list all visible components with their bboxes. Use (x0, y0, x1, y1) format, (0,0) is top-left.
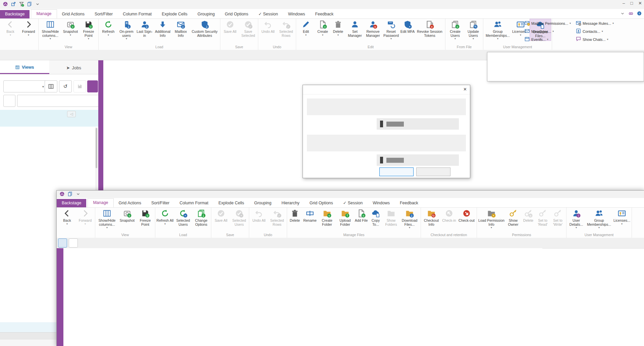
snapshot-button[interactable]: +Snapshot (118, 208, 136, 223)
refresh-all-button[interactable]: Refresh All▾ (156, 208, 174, 225)
events--button[interactable]: Events...▾ (524, 36, 571, 43)
group-memberships--button[interactable]: Group Memberships...▾ (585, 208, 613, 229)
show-owner-button[interactable]: Show Owner (505, 208, 521, 226)
last-sign-in-button[interactable]: ↓Last Sign-in (136, 19, 154, 38)
message-rules--button[interactable]: =Message Rules...▾ (576, 20, 614, 26)
window2-tab-hierarchy[interactable]: Hierarchy (276, 199, 305, 207)
undo-all-button[interactable]: Undo All (250, 208, 268, 223)
edit-columns-button[interactable] (45, 80, 57, 92)
download-files--button[interactable]: ↓Download Files...▾ (399, 208, 420, 229)
views-search-input[interactable] (17, 95, 101, 107)
upload-folder-button[interactable]: ↑Upload Folder (336, 208, 354, 226)
mailbox-info-button[interactable]: ↓Mailbox Info (172, 19, 190, 38)
show-hide-columns--button[interactable]: Show/Hide columns...▾ (39, 19, 61, 40)
set-to-read--button[interactable]: Set to 'Read' (535, 208, 550, 226)
view-preset-select[interactable]: ▾ (3, 80, 47, 92)
save-view-button[interactable] (73, 80, 86, 92)
window1-tab-backstage[interactable]: Backstage (0, 10, 30, 18)
ok-button[interactable] (379, 167, 414, 176)
save-all-button[interactable]: Save All (212, 208, 230, 223)
window2-tab-manage[interactable]: Manage (88, 198, 113, 207)
help-icon[interactable]: ? (637, 11, 642, 17)
on-prem-users-button[interactable]: ↓On-prem users▾ (117, 19, 136, 40)
freeze-point-button[interactable]: +Freeze Point (136, 208, 154, 226)
window1-tab-grouping[interactable]: Grouping (193, 10, 220, 18)
set-manager-button[interactable]: Set Manager (346, 19, 364, 38)
custom-security-attributes-button[interactable]: ↓Custom Security Attributes (190, 19, 219, 38)
window1-tab-explode-cells[interactable]: Explode Cells (157, 10, 192, 18)
undo-all-button[interactable]: Undo All (259, 19, 277, 34)
share-icon[interactable] (11, 1, 16, 8)
messages--button[interactable]: Messages...▾ (524, 28, 571, 34)
copy-to--button[interactable]: Copy To... (368, 208, 383, 226)
ytria-logo-icon[interactable] (59, 191, 65, 198)
back-button[interactable]: Back▾ (1, 19, 19, 37)
window2-grouping-zone[interactable] (57, 238, 644, 249)
window2-tab-column-format[interactable]: Column Format (174, 199, 213, 207)
window2-tab-grouping[interactable]: Grouping (249, 199, 276, 207)
user-details--button[interactable]: iUser Details...▾ (567, 208, 585, 229)
save-all-button[interactable]: Save All (221, 19, 239, 34)
qat-caret-icon[interactable] (75, 191, 81, 198)
window1-tab-windows[interactable]: Windows (283, 10, 310, 18)
window1-tab-manage[interactable]: Manage (31, 9, 57, 18)
reset-view-button[interactable]: ↺ (59, 80, 72, 92)
dialog-close-button[interactable]: ✕ (463, 87, 467, 92)
selected-rows-button[interactable]: ✓Selected Rows (277, 19, 295, 38)
selected-users-button[interactable]: •Selected Users (174, 208, 192, 226)
delete-button[interactable]: xDelete (521, 208, 535, 223)
edit-button[interactable]: Edit▾ (297, 19, 315, 37)
window1-tab-column-format[interactable]: Column Format (118, 10, 157, 18)
forward-button[interactable]: Forward▾ (76, 208, 94, 225)
delete-button[interactable]: Delete (288, 208, 302, 223)
window2-tab-windows[interactable]: Windows (368, 199, 395, 207)
group-memberships--button[interactable]: Group Memberships...▾ (484, 19, 512, 40)
delete-button[interactable]: Delete▾ (330, 19, 346, 37)
show-folders-button[interactable]: Show Folders (383, 208, 399, 226)
window2-grid-side-strip[interactable] (57, 248, 63, 346)
remove-manager-button[interactable]: xRemove Manager (364, 19, 382, 38)
change-options-button[interactable]: ↓Change Options (192, 208, 210, 226)
check-out-button[interactable]: Check-out (457, 208, 476, 223)
maximize-button[interactable]: □ (630, 1, 633, 6)
window2-tab-session[interactable]: ✓ Session (338, 199, 368, 207)
freeze-point-button[interactable]: +Freeze Point▾ (79, 19, 98, 40)
window1-tab-feedback[interactable]: Feedback (310, 10, 338, 18)
load-only-root-files-toggle[interactable] (377, 154, 459, 166)
add-file-button[interactable]: +Add File (354, 208, 368, 223)
ytria-logo-icon[interactable] (3, 1, 8, 8)
selected-rows-button[interactable]: ✓Selected Rows (268, 208, 286, 226)
minimize-button[interactable]: – (623, 1, 625, 6)
window1-tab-sort-filter[interactable]: Sort/Filter (90, 10, 118, 18)
window2-tab-backstage[interactable]: Backstage (57, 199, 86, 207)
flat-view-toggle[interactable] (69, 238, 78, 248)
window1-tab-grid-actions[interactable]: Grid Actions (57, 10, 90, 18)
load-all-drives-toggle[interactable] (377, 118, 459, 130)
previous-view-button[interactable]: ◁ (67, 111, 76, 117)
copy-pages-icon[interactable] (27, 1, 32, 8)
window1-tab-session[interactable]: ✓ Session (253, 10, 283, 18)
window2-tab-grid-options[interactable]: Grid Options (305, 199, 338, 207)
show-hide-columns--button[interactable]: Show/Hide columns...▾ (96, 208, 118, 229)
forward-button[interactable]: Forward▾ (19, 19, 38, 37)
hierarchy-view-toggle[interactable] (58, 238, 67, 248)
contacts--button[interactable]: Contacts...▾ (576, 28, 614, 34)
close-button[interactable]: ✕ (638, 1, 642, 6)
back-button[interactable]: Back▾ (58, 208, 76, 225)
collapse-ribbon-icon[interactable] (620, 11, 625, 17)
window2-tab-feedback[interactable]: Feedback (395, 199, 423, 207)
show-chats--button[interactable]: Show Chats...▾ (576, 36, 614, 43)
revoke-session-tokens-button[interactable]: xRevoke Session Tokens (415, 19, 444, 38)
copy-pages-icon[interactable] (67, 191, 73, 198)
window2-tab-sort-filter[interactable]: Sort/Filter (146, 199, 174, 207)
selected-users-button[interactable]: •Selected Users (230, 208, 248, 226)
window1-tab-grid-options[interactable]: Grid Options (220, 10, 253, 18)
add-view-button[interactable] (87, 80, 98, 92)
update-users-button[interactable]: ✎Update Users▾ (464, 19, 482, 40)
set-to-write--button[interactable]: Set to 'Write' (550, 208, 566, 226)
load-permission-info-button[interactable]: •Load Permission Info▾ (478, 208, 505, 229)
refresh-button[interactable]: Refresh▾ (99, 19, 117, 37)
sidebar-tab-views[interactable]: Views (0, 60, 49, 74)
window2-tab-grid-actions[interactable]: Grid Actions (114, 199, 146, 207)
create-button[interactable]: +Create▾ (315, 19, 330, 37)
